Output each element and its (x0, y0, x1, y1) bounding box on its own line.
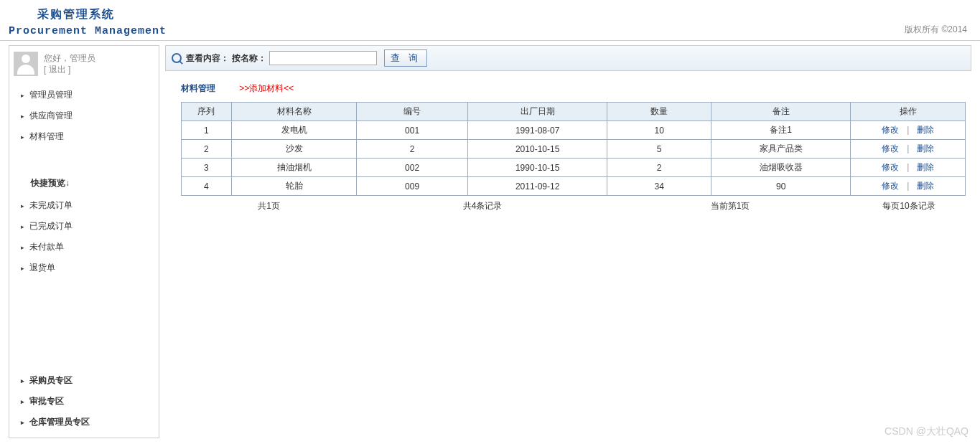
cell-qty: 34 (607, 177, 711, 196)
materials-table: 序列材料名称编号出厂日期数量备注操作 1发电机0011991-08-0710备注… (181, 102, 966, 196)
table-row: 2沙发22010-10-155家具产品类修改 | 删除 (182, 140, 966, 159)
cell-code: 2 (357, 140, 468, 159)
cell-seq: 3 (182, 159, 232, 177)
cell-note: 油烟吸收器 (711, 159, 850, 177)
avatar-icon (14, 52, 38, 76)
column-header: 编号 (357, 103, 468, 121)
search-input[interactable] (269, 51, 377, 65)
sidebar-item[interactable]: 采购员专区 (31, 370, 159, 391)
cell-seq: 1 (182, 121, 232, 140)
app-title-en: Procurement Management (9, 25, 980, 37)
sidebar-item[interactable]: 审批专区 (31, 391, 159, 412)
quick-preview-heading: 快捷预览↓ (9, 171, 159, 192)
breadcrumb-category[interactable]: 材料管理 (181, 83, 215, 93)
cell-ops: 修改 | 删除 (851, 177, 966, 196)
cell-code: 001 (357, 121, 468, 140)
cell-date: 1990-10-15 (467, 159, 607, 177)
sidebar: 您好，管理员 [ 退出 ] 管理员管理供应商管理材料管理 快捷预览↓ 未完成订单… (9, 45, 159, 438)
summary-perpage: 每页10条记录 (852, 200, 966, 212)
cell-name: 沙发 (231, 140, 356, 159)
logout-link[interactable]: [ 退出 ] (44, 64, 95, 75)
search-label: 查看内容： (186, 52, 229, 65)
add-material-link[interactable]: >>添加材料<< (239, 83, 294, 93)
summary-pages: 共1页 (181, 200, 357, 212)
delete-link[interactable]: 删除 (914, 181, 937, 191)
sidebar-item[interactable]: 管理员管理 (31, 85, 159, 105)
cell-name: 轮胎 (231, 177, 356, 196)
app-title-cn: 采购管理系统 (9, 0, 980, 22)
cell-date: 1991-08-07 (467, 121, 607, 140)
column-header: 出厂日期 (467, 103, 607, 121)
cell-ops: 修改 | 删除 (851, 121, 966, 140)
edit-link[interactable]: 修改 (879, 181, 902, 191)
sidebar-item[interactable]: 已完成订单 (31, 216, 159, 237)
summary-current: 当前第1页 (608, 200, 852, 212)
cell-note: 备注1 (711, 121, 850, 140)
column-header: 备注 (711, 103, 850, 121)
cell-note: 90 (711, 177, 850, 196)
column-header: 操作 (851, 103, 966, 121)
cell-name: 发电机 (231, 121, 356, 140)
cell-ops: 修改 | 删除 (851, 140, 966, 159)
table-row: 1发电机0011991-08-0710备注1修改 | 删除 (182, 121, 966, 140)
cell-ops: 修改 | 删除 (851, 159, 966, 177)
cell-qty: 5 (607, 140, 711, 159)
delete-link[interactable]: 删除 (914, 143, 937, 153)
sidebar-item[interactable]: 未付款单 (31, 237, 159, 258)
sidebar-item[interactable]: 仓库管理员专区 (31, 412, 159, 433)
sidebar-item[interactable]: 供应商管理 (31, 105, 159, 126)
cell-name: 抽油烟机 (231, 159, 356, 177)
cell-code: 002 (357, 159, 468, 177)
column-header: 材料名称 (231, 103, 356, 121)
summary-records: 共4条记录 (357, 200, 608, 212)
query-button[interactable]: 查 询 (384, 49, 427, 67)
column-header: 数量 (607, 103, 711, 121)
table-row: 3抽油烟机0021990-10-152油烟吸收器修改 | 删除 (182, 159, 966, 177)
edit-link[interactable]: 修改 (879, 162, 902, 172)
edit-link[interactable]: 修改 (879, 125, 902, 135)
sidebar-item[interactable]: 材料管理 (31, 126, 159, 147)
edit-link[interactable]: 修改 (879, 143, 902, 153)
cell-note: 家具产品类 (711, 140, 850, 159)
search-icon (172, 53, 182, 63)
delete-link[interactable]: 删除 (914, 162, 937, 172)
table-row: 4轮胎0092011-09-123490修改 | 删除 (182, 177, 966, 196)
column-header: 序列 (182, 103, 232, 121)
cell-seq: 2 (182, 140, 232, 159)
search-bar: 查看内容： 按名称： 查 询 (165, 45, 971, 71)
sidebar-item[interactable]: 未完成订单 (31, 195, 159, 216)
cell-qty: 10 (607, 121, 711, 140)
copyright: 版权所有 ©2014 (905, 24, 967, 36)
search-mode: 按名称： (232, 52, 266, 65)
sidebar-item[interactable]: 退货单 (31, 258, 159, 278)
cell-seq: 4 (182, 177, 232, 196)
cell-date: 2011-09-12 (467, 177, 607, 196)
delete-link[interactable]: 删除 (914, 125, 937, 135)
greeting: 您好， (44, 53, 70, 63)
user-role: 管理员 (70, 53, 95, 63)
cell-code: 009 (357, 177, 468, 196)
cell-qty: 2 (607, 159, 711, 177)
cell-date: 2010-10-15 (467, 140, 607, 159)
